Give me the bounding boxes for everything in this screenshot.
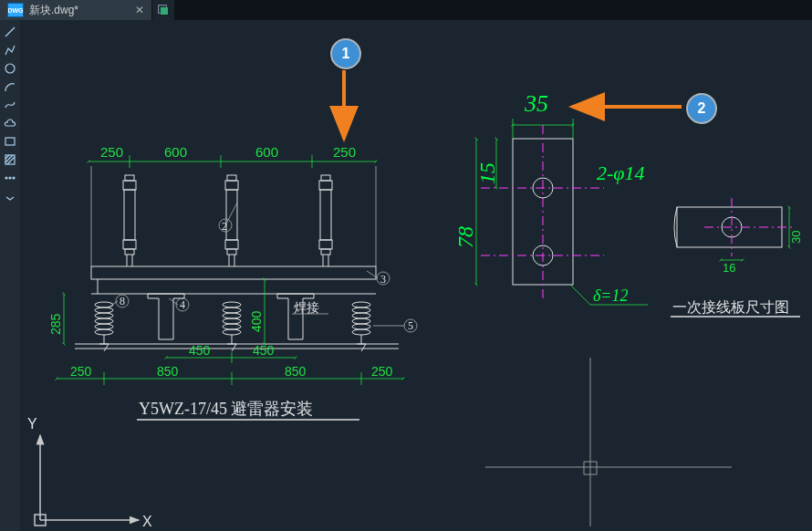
- svg-point-56: [95, 329, 113, 335]
- dim-top-3: 600: [255, 144, 278, 160]
- ref-4: 4: [180, 298, 185, 311]
- ref-8: 8: [120, 295, 125, 307]
- file-tab[interactable]: DWG 新块.dwg* ✕: [0, 0, 152, 20]
- spline-tool[interactable]: [2, 97, 18, 113]
- ucs-axes: Y X: [27, 416, 152, 529]
- ref-2: 2: [222, 220, 227, 233]
- svg-line-2: [5, 27, 15, 36]
- dim-78: 78: [453, 226, 477, 248]
- svg-rect-40: [321, 249, 330, 255]
- svg-rect-29: [227, 175, 236, 181]
- svg-rect-25: [123, 240, 136, 249]
- svg-rect-22: [125, 175, 134, 181]
- svg-rect-37: [319, 181, 332, 190]
- svg-point-59: [223, 307, 241, 313]
- tab-bar: DWG 新块.dwg* ✕: [0, 0, 812, 21]
- svg-line-8: [7, 157, 15, 164]
- dim-bot-2: 850: [157, 364, 179, 379]
- dim-16: 16: [723, 261, 735, 275]
- svg-point-3: [5, 64, 15, 73]
- svg-rect-19: [91, 266, 376, 279]
- origin-cross-marker: [485, 358, 732, 526]
- drawing-svg: 250 600 600 250: [20, 20, 812, 531]
- svg-rect-26: [125, 249, 134, 255]
- dim-30: 30: [789, 231, 803, 244]
- svg-point-69: [352, 324, 370, 329]
- svg-point-70: [352, 329, 370, 335]
- dim-top-1: 250: [100, 144, 123, 160]
- svg-point-10: [9, 177, 11, 179]
- svg-rect-30: [225, 181, 238, 190]
- svg-point-52: [95, 307, 113, 313]
- axis-x-label: X: [142, 514, 152, 529]
- left-drawing-title: Y5WZ-17/45 避雷器安装: [139, 400, 313, 418]
- new-tab-button[interactable]: [152, 0, 174, 20]
- dim-15: 15: [475, 162, 499, 184]
- svg-point-55: [95, 324, 113, 329]
- svg-rect-32: [225, 240, 238, 249]
- svg-point-63: [223, 329, 241, 335]
- svg-point-51: [95, 302, 113, 307]
- svg-rect-24: [124, 190, 135, 240]
- svg-point-54: [95, 318, 113, 324]
- svg-rect-31: [226, 190, 237, 240]
- arc-tool[interactable]: [2, 78, 18, 95]
- svg-point-61: [223, 318, 241, 324]
- dim-top-2: 600: [164, 144, 187, 160]
- dim-bot-1: 250: [70, 364, 92, 379]
- dim-mid-2: 450: [253, 343, 275, 358]
- axis-y-label: Y: [27, 416, 37, 432]
- svg-rect-38: [320, 190, 331, 240]
- svg-point-60: [223, 313, 241, 318]
- expand-tool[interactable]: [2, 188, 18, 204]
- right-drawing-title: 一次接线板尺寸图: [672, 299, 789, 315]
- circle-tool[interactable]: [2, 60, 18, 77]
- svg-point-58: [223, 302, 241, 307]
- weld-label: 焊接: [294, 301, 319, 315]
- dim-285: 285: [48, 313, 63, 335]
- svg-point-53: [95, 313, 113, 318]
- svg-rect-5: [5, 155, 15, 164]
- svg-line-99: [570, 285, 590, 305]
- rectangle-tool[interactable]: [2, 133, 18, 150]
- dim-top-4: 250: [333, 144, 356, 160]
- ref-3: 3: [380, 273, 386, 286]
- svg-point-66: [352, 307, 370, 313]
- dim-35: 35: [524, 90, 548, 117]
- ref-5: 5: [408, 319, 413, 332]
- polyline-tool[interactable]: [2, 42, 18, 58]
- svg-point-68: [352, 318, 370, 324]
- close-tab-icon[interactable]: ✕: [135, 4, 144, 16]
- svg-point-65: [352, 302, 370, 307]
- svg-point-9: [5, 177, 7, 179]
- hatch-tool[interactable]: [2, 151, 18, 168]
- svg-rect-23: [123, 181, 136, 190]
- hole-spec: 2-φ14: [597, 161, 645, 184]
- cloud-tool[interactable]: [2, 115, 18, 131]
- terminal-plate-drawing: 35 15 78 2-φ14 δ=12: [453, 90, 803, 317]
- more-tool[interactable]: [2, 170, 18, 186]
- svg-point-67: [352, 313, 370, 318]
- svg-rect-36: [321, 175, 330, 181]
- drawing-canvas[interactable]: 1 2 250 600 6: [20, 20, 812, 531]
- svg-rect-39: [319, 240, 332, 249]
- dim-bot-4: 250: [371, 364, 393, 379]
- draw-toolbar: [0, 20, 21, 531]
- svg-rect-33: [227, 249, 236, 255]
- dim-mid-1: 450: [189, 343, 211, 358]
- svg-rect-4: [5, 138, 15, 145]
- svg-point-62: [223, 324, 241, 329]
- svg-rect-1: [161, 7, 169, 16]
- tab-filename: 新块.dwg*: [29, 3, 78, 18]
- svg-line-7: [5, 155, 13, 162]
- dim-bot-3: 850: [285, 364, 307, 379]
- dwg-file-icon: DWG: [7, 3, 24, 17]
- svg-point-11: [13, 177, 15, 179]
- line-tool[interactable]: [2, 24, 18, 40]
- arrester-assembly-drawing: 250 600 600 250: [48, 144, 417, 420]
- dim-400: 400: [249, 310, 264, 332]
- delta-label: δ=12: [593, 286, 629, 305]
